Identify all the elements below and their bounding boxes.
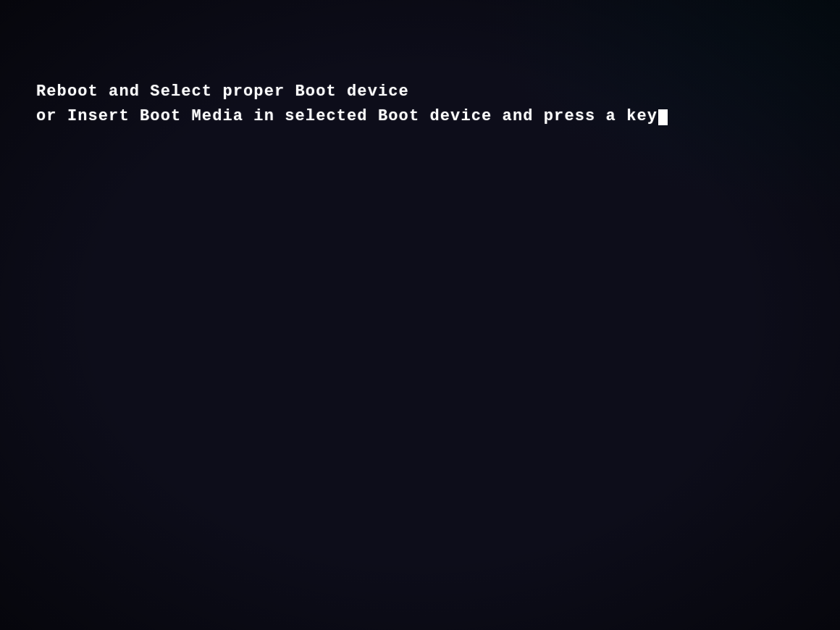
cursor-blink <box>658 109 668 125</box>
boot-message-area: Reboot and Select proper Boot device or … <box>36 80 668 129</box>
boot-line-2: or Insert Boot Media in selected Boot de… <box>36 104 668 129</box>
bios-screen: Reboot and Select proper Boot device or … <box>0 0 840 630</box>
boot-line-1: Reboot and Select proper Boot device <box>36 80 668 104</box>
